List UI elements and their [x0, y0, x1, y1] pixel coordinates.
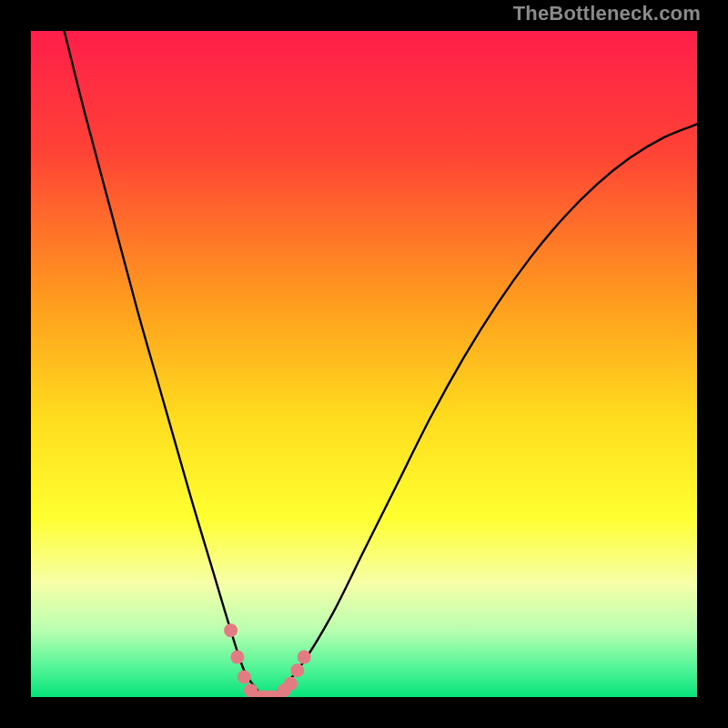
bottleneck-curve [65, 31, 697, 697]
optimal-zone-dot [224, 623, 238, 637]
optimal-zone-dot [230, 651, 244, 664]
plot-area [31, 31, 697, 697]
curve-layer [31, 31, 697, 697]
watermark-text: TheBottleneck.com [513, 2, 701, 25]
chart-frame: TheBottleneck.com [0, 0, 728, 728]
optimal-zone-markers [224, 623, 311, 697]
optimal-zone-dot [238, 671, 251, 684]
optimal-zone-dot [290, 663, 304, 677]
optimal-zone-dot [284, 677, 298, 691]
optimal-zone-dot [298, 651, 311, 664]
